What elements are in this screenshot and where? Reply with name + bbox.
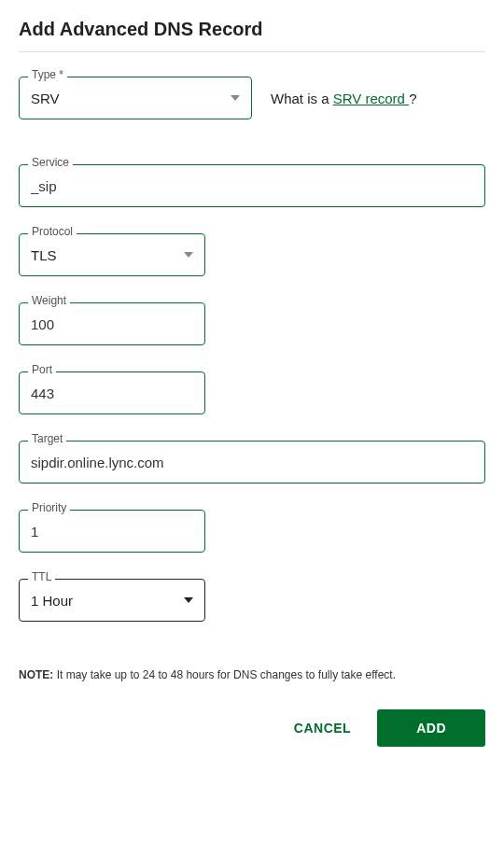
priority-label: Priority — [28, 502, 70, 513]
type-value: SRV — [31, 91, 60, 106]
port-label: Port — [28, 364, 56, 375]
page-title: Add Advanced DNS Record — [19, 19, 485, 52]
weight-input[interactable] — [31, 316, 193, 332]
ttl-label: TTL — [28, 571, 55, 582]
whatisa-text: What is a SRV record ? — [271, 91, 416, 106]
chevron-down-icon — [231, 95, 240, 101]
service-input[interactable] — [31, 178, 473, 194]
target-label: Target — [28, 433, 66, 444]
type-select[interactable]: SRV — [19, 77, 252, 119]
protocol-value: TLS — [31, 247, 57, 263]
priority-input[interactable] — [31, 524, 193, 540]
ttl-value: 1 Hour — [31, 593, 73, 609]
protocol-select[interactable]: TLS — [19, 233, 205, 276]
target-input[interactable] — [31, 455, 473, 470]
srv-record-link[interactable]: SRV record — [333, 91, 409, 106]
weight-label: Weight — [28, 295, 70, 306]
add-button[interactable]: ADD — [377, 709, 485, 747]
note-text: NOTE: It may take up to 24 to 48 hours f… — [19, 668, 485, 681]
service-label: Service — [28, 157, 73, 168]
protocol-label: Protocol — [28, 226, 77, 237]
chevron-down-icon — [184, 597, 193, 603]
ttl-select[interactable]: 1 Hour — [19, 579, 205, 622]
port-input[interactable] — [31, 385, 193, 401]
chevron-down-icon — [184, 252, 193, 258]
cancel-button[interactable]: CANCEL — [294, 721, 351, 736]
type-label: Type * — [28, 69, 67, 80]
